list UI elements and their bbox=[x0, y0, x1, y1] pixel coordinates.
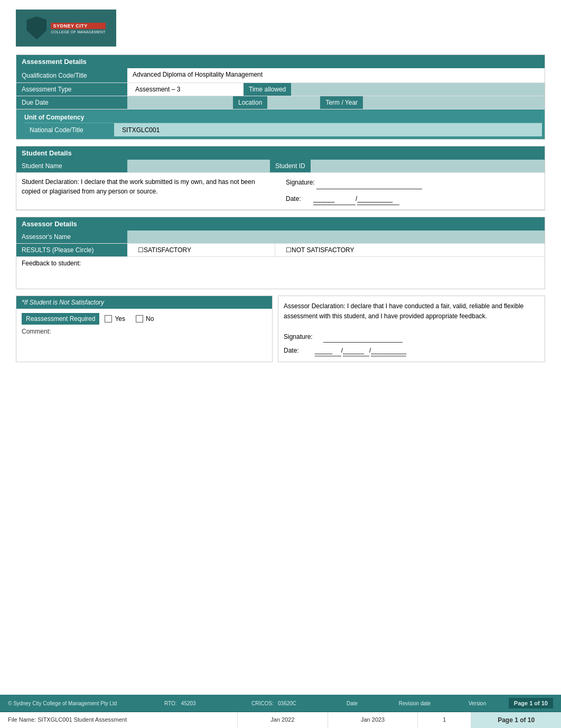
declaration-sig: Signature: Date: ______/__________ bbox=[286, 177, 539, 205]
date-slash2: __________ bbox=[357, 193, 399, 206]
page-wrapper: SYDNEY CITY COLLEGE OF MANAGEMENT Assess… bbox=[0, 0, 561, 728]
uoc-code-value: SITXGLC001 bbox=[114, 123, 542, 136]
logo-subtitle: COLLEGE OF MANAGEMENT bbox=[51, 30, 105, 34]
feedback-label: Feedback to student: bbox=[22, 260, 81, 267]
yes-label: Yes bbox=[115, 315, 125, 322]
main-content: Assessment Details Qualification Code/Ti… bbox=[0, 52, 561, 379]
qualification-row: Qualification Code/Title Advanced Diplom… bbox=[16, 68, 545, 83]
assessment-type-row: Assessment Type Assessment – 3 Time allo… bbox=[16, 83, 545, 96]
footer-copyright: © Sydney City College of Management Pty … bbox=[8, 701, 133, 706]
assessment-type-label: Assessment Type bbox=[16, 83, 127, 96]
logo-area: SYDNEY CITY COLLEGE OF MANAGEMENT bbox=[0, 0, 561, 52]
assessor-details-box: Assessor Details Assessor's Name RESULTS… bbox=[16, 217, 545, 289]
footer-file-version: 1 bbox=[418, 712, 471, 728]
results-label: RESULTS (Please Circle) bbox=[16, 244, 127, 256]
footer-cricos-value: 03620C bbox=[278, 701, 296, 706]
time-allowed-label: Time allowed bbox=[244, 83, 291, 96]
student-id-label: Student ID bbox=[270, 160, 311, 172]
date-part3: __________ bbox=[371, 346, 406, 356]
location-label: Location bbox=[233, 96, 267, 109]
uoc-code-row: National Code/Title SITXGLC001 bbox=[24, 123, 542, 136]
footer-revision-header: Revision date bbox=[384, 701, 446, 706]
footer-page: Page 1 of 10 bbox=[509, 698, 553, 708]
no-option[interactable]: No bbox=[136, 315, 154, 322]
signature-line bbox=[316, 177, 422, 189]
due-date-row: Due Date Location Term / Year bbox=[16, 96, 545, 109]
no-label: No bbox=[146, 315, 154, 322]
footer-date-header: Date bbox=[321, 701, 383, 706]
assessment-details-header: Assessment Details bbox=[16, 55, 545, 68]
yes-option[interactable]: Yes bbox=[105, 315, 125, 322]
due-date-value bbox=[127, 96, 233, 109]
yes-checkbox[interactable] bbox=[105, 315, 112, 322]
reassessment-header: *If Student is Not Satisfactory bbox=[16, 296, 272, 309]
student-id-value bbox=[311, 160, 545, 172]
footer-cricos-label: CRICOS: bbox=[251, 701, 274, 706]
date-part2: ______ bbox=[343, 346, 369, 356]
assessor-decl-text: Assessor Declaration: I declare that I h… bbox=[284, 302, 523, 320]
term-year-value bbox=[363, 96, 545, 109]
assessor-name-value bbox=[127, 231, 545, 243]
shield-icon bbox=[26, 16, 46, 40]
footer-bottom: File Name: SITXGLC001 Student Assessment… bbox=[0, 712, 561, 728]
footer-file-name: File Name: SITXGLC001 Student Assessment bbox=[0, 712, 238, 728]
signature-label: Signature: bbox=[286, 179, 315, 186]
student-name-label: Student Name bbox=[16, 160, 127, 172]
logo-text-block: SYDNEY CITY COLLEGE OF MANAGEMENT bbox=[51, 23, 105, 34]
comment-row: Comment: bbox=[22, 328, 267, 335]
location-value bbox=[267, 96, 320, 109]
student-name-row: Student Name Student ID bbox=[16, 160, 545, 173]
date-label: Date: bbox=[286, 195, 301, 202]
feedback-row: Feedback to student: bbox=[16, 257, 545, 289]
assessor-name-label: Assessor's Name bbox=[16, 231, 127, 243]
footer-version-header: Version bbox=[446, 701, 508, 706]
date-slash1: ______ bbox=[313, 193, 356, 206]
reassessment-box: *If Student is Not Satisfactory Reassess… bbox=[16, 296, 273, 362]
assessor-decl-sig-row: Signature: bbox=[284, 332, 539, 343]
footer-top: © Sydney City College of Management Pty … bbox=[0, 695, 561, 712]
bottom-section: *If Student is Not Satisfactory Reassess… bbox=[16, 296, 545, 362]
assessor-declaration-box: Assessor Declaration: I declare that I h… bbox=[278, 296, 545, 362]
footer-rto-label: RTO: bbox=[164, 701, 177, 706]
declaration-text: Student Declaration: I declare that the … bbox=[22, 177, 286, 196]
assessor-decl-sig-label: Signature: bbox=[284, 333, 313, 340]
assessment-type-value: Assessment – 3 bbox=[127, 83, 244, 96]
footer: © Sydney City College of Management Pty … bbox=[0, 695, 561, 728]
term-year-label: Term / Year bbox=[320, 96, 363, 109]
assessment-details-box: Assessment Details Qualification Code/Ti… bbox=[16, 54, 545, 140]
declaration-row: Student Declaration: I declare that the … bbox=[16, 173, 545, 210]
results-satisfactory: ☐SATISFACTORY bbox=[127, 244, 275, 256]
footer-page-indicator: Page 1 of 10 bbox=[471, 712, 561, 728]
uoc-subsection: Unit of Competency National Code/Title S… bbox=[16, 109, 545, 139]
reassessment-required-row: Reassessment Required Yes No bbox=[22, 313, 267, 325]
sig-line-container: Signature: bbox=[286, 177, 539, 189]
student-details-header: Student Details bbox=[16, 146, 545, 160]
footer-file-date: Jan 2022 bbox=[238, 712, 328, 728]
uoc-code-label: National Code/Title bbox=[24, 123, 114, 136]
footer-cricos: CRICOS: 03620C bbox=[227, 701, 321, 706]
results-row: RESULTS (Please Circle) ☐SATISFACTORY ☐N… bbox=[16, 244, 545, 257]
reassessment-content: Reassessment Required Yes No Comment: bbox=[16, 309, 272, 339]
qualification-value: Advanced Diploma of Hospitality Manageme… bbox=[127, 68, 545, 82]
date-part1: _____ bbox=[315, 346, 341, 356]
assessor-decl-date-row: Date: _____/______/__________ bbox=[284, 346, 539, 356]
comment-label: Comment: bbox=[22, 328, 51, 335]
footer-rto: RTO: 45203 bbox=[133, 701, 227, 706]
student-name-value bbox=[127, 160, 270, 172]
assessor-name-row: Assessor's Name bbox=[16, 231, 545, 244]
qualification-label: Qualification Code/Title bbox=[16, 68, 127, 82]
reassessment-required-label: Reassessment Required bbox=[22, 313, 99, 325]
date-line-container: Date: ______/__________ bbox=[286, 193, 539, 206]
logo-institution: SYDNEY CITY bbox=[51, 23, 105, 29]
assessor-decl-sig-line bbox=[323, 332, 403, 343]
results-not-satisfactory: ☐NOT SATISFACTORY bbox=[275, 244, 545, 256]
student-details-box: Student Details Student Name Student ID … bbox=[16, 146, 545, 210]
logo-box: SYDNEY CITY COLLEGE OF MANAGEMENT bbox=[16, 10, 116, 47]
footer-rto-value: 45203 bbox=[181, 701, 196, 706]
assessor-decl-date-label: Date: bbox=[284, 347, 299, 354]
footer-file-revision: Jan 2023 bbox=[328, 712, 418, 728]
due-date-label: Due Date bbox=[16, 96, 127, 109]
uoc-header: Unit of Competency bbox=[24, 112, 542, 123]
no-checkbox[interactable] bbox=[136, 315, 143, 322]
time-allowed-value bbox=[291, 83, 545, 96]
